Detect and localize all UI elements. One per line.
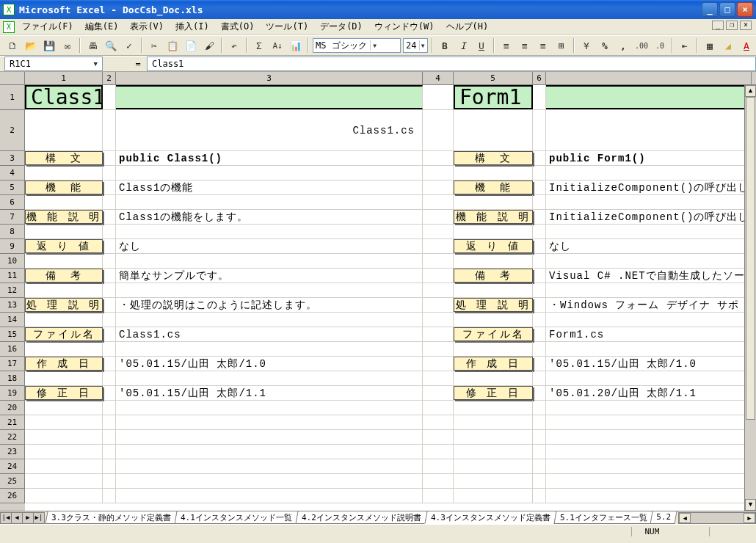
cell[interactable]	[116, 489, 423, 503]
format-painter-icon[interactable]: 🖌	[201, 37, 217, 54]
tab-nav-first-icon[interactable]: |◀	[0, 512, 12, 524]
cell[interactable]	[103, 110, 116, 150]
cell[interactable]	[533, 371, 546, 385]
field-tag[interactable]: ファイル名	[454, 327, 533, 341]
cell[interactable]	[423, 195, 454, 209]
cell[interactable]	[546, 459, 752, 473]
menu-format[interactable]: 書式(O)	[215, 18, 261, 35]
cell[interactable]	[116, 85, 423, 109]
field-tag[interactable]: 返 り 値	[25, 239, 103, 253]
cell[interactable]	[546, 166, 752, 180]
row-header[interactable]: 11	[0, 269, 25, 283]
field-value[interactable]: public Form1()	[546, 151, 752, 165]
scroll-up-icon[interactable]: ▲	[745, 85, 756, 97]
cell[interactable]	[533, 151, 546, 165]
row-header[interactable]: 7	[0, 210, 25, 225]
row-header[interactable]: 18	[0, 371, 25, 386]
cell[interactable]	[423, 181, 454, 194]
field-value[interactable]: InitializeComponent()の呼び出しを	[546, 210, 752, 224]
cell[interactable]	[103, 415, 116, 429]
tab-nav-last-icon[interactable]: ▶|	[33, 512, 45, 524]
sort-asc-icon[interactable]: A↓	[269, 37, 286, 54]
chart-icon[interactable]: 📊	[288, 37, 304, 54]
cell[interactable]	[25, 371, 103, 385]
copy-icon[interactable]: 📋	[164, 37, 181, 54]
autosum-icon[interactable]: Σ	[251, 37, 267, 54]
field-value[interactable]: Class1.cs	[116, 327, 423, 341]
font-size-box[interactable]: 24 ▾	[403, 38, 428, 53]
subtitle-cell[interactable]: Class1.cs	[116, 110, 423, 150]
sheet-tab[interactable]: 5.1インタフェース一覧	[553, 511, 653, 524]
cell[interactable]	[423, 269, 454, 283]
field-value[interactable]: Form1.cs	[546, 327, 752, 341]
field-value[interactable]: '05.01.15/山田 太郎/1.0	[546, 357, 752, 371]
field-value[interactable]: '05.01.20/山田 太郎/1.1	[546, 386, 752, 400]
row-header[interactable]: 5	[0, 181, 25, 195]
field-value[interactable]: なし	[116, 239, 423, 253]
row-header[interactable]: 21	[0, 415, 25, 430]
cell[interactable]	[423, 445, 454, 459]
cell[interactable]	[454, 474, 533, 488]
cell[interactable]	[103, 489, 116, 503]
cell[interactable]	[533, 283, 546, 297]
cell[interactable]	[423, 357, 454, 371]
cell[interactable]	[25, 459, 103, 473]
row-header[interactable]: 10	[0, 254, 25, 269]
field-value[interactable]: '05.01.15/山田 太郎/1.1	[116, 386, 423, 400]
row-header[interactable]: 23	[0, 445, 25, 459]
menu-tools[interactable]: ツール(T)	[260, 18, 314, 35]
menu-edit[interactable]: 編集(E)	[79, 18, 125, 35]
row-header[interactable]: 6	[0, 195, 25, 210]
cell[interactable]	[546, 195, 752, 209]
cell[interactable]	[25, 430, 103, 444]
class-title-cell[interactable]: Class1	[25, 85, 103, 109]
cell[interactable]	[103, 254, 116, 268]
cell[interactable]	[25, 283, 103, 297]
field-value[interactable]: 簡単なサンプルです。	[116, 269, 423, 283]
cell[interactable]	[116, 225, 423, 238]
name-box[interactable]: R1C1 ▼	[4, 57, 103, 71]
menu-data[interactable]: データ(D)	[314, 18, 368, 35]
bold-button[interactable]: B	[437, 37, 453, 54]
cell[interactable]	[533, 327, 546, 341]
cell[interactable]	[116, 474, 423, 488]
cell[interactable]	[454, 459, 533, 473]
cell[interactable]	[533, 415, 546, 429]
form-title-cell[interactable]: Form1	[454, 85, 533, 109]
cell[interactable]	[423, 474, 454, 488]
cell[interactable]	[546, 489, 752, 503]
cell[interactable]	[454, 166, 533, 180]
field-tag[interactable]: 構 文	[25, 151, 103, 165]
cell[interactable]	[103, 401, 116, 415]
cell[interactable]	[423, 386, 454, 400]
row-header[interactable]: 3	[0, 151, 25, 166]
cell[interactable]	[116, 371, 423, 385]
col-header[interactable]: 5	[454, 72, 533, 84]
field-tag[interactable]: 機 能 説 明	[25, 210, 103, 224]
open-icon[interactable]: 📂	[23, 37, 39, 54]
align-center-icon[interactable]: ≡	[517, 37, 533, 54]
cell[interactable]	[533, 459, 546, 473]
field-tag[interactable]: 作 成 日	[25, 357, 103, 371]
field-value[interactable]: Visual C# .NETで自動生成したソー	[546, 269, 752, 283]
row-header[interactable]: 17	[0, 357, 25, 371]
field-value[interactable]: ・処理の説明はこのように記述します。	[116, 298, 423, 312]
cell[interactable]	[25, 110, 103, 150]
cell[interactable]	[25, 254, 103, 268]
field-value[interactable]: なし	[546, 239, 752, 253]
cell[interactable]	[116, 313, 423, 327]
field-tag[interactable]: 修 正 日	[25, 386, 103, 400]
row-header[interactable]: 25	[0, 474, 25, 489]
menu-insert[interactable]: 挿入(I)	[170, 18, 215, 35]
field-tag[interactable]: 機 能	[25, 181, 103, 194]
field-value[interactable]: InitializeComponent()の呼び出し	[546, 181, 752, 194]
row-header[interactable]: 22	[0, 430, 25, 445]
field-tag[interactable]: 処 理 説 明	[25, 298, 103, 312]
cell[interactable]	[533, 110, 546, 150]
row-header[interactable]: 12	[0, 283, 25, 298]
chevron-down-icon[interactable]: ▾	[370, 40, 379, 51]
align-left-icon[interactable]: ≡	[498, 37, 515, 54]
cell[interactable]	[103, 181, 116, 194]
sheet-tab[interactable]: 4.1インスタンスメソッド一覧	[174, 511, 298, 524]
field-tag[interactable]: 修 正 日	[454, 386, 533, 400]
